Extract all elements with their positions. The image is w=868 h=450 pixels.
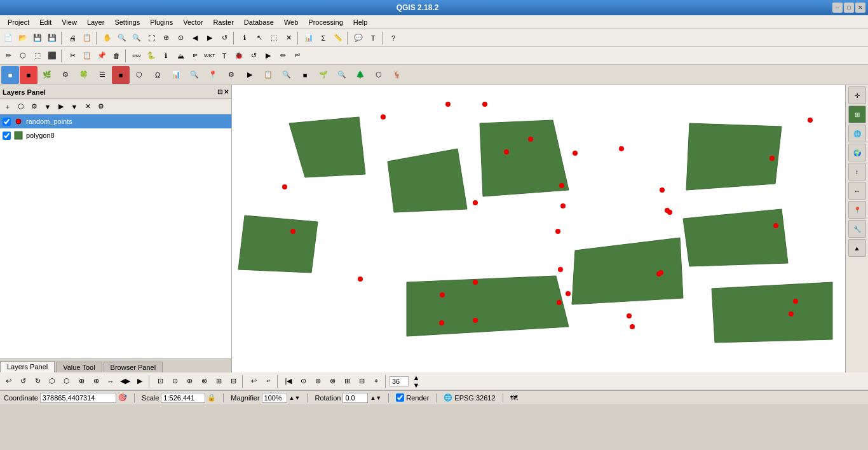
statistics-button[interactable]: Σ xyxy=(316,31,330,45)
extra-btn15[interactable]: 📋 xyxy=(259,66,277,84)
tab-browser-panel[interactable]: Browser Panel xyxy=(104,362,163,372)
layer-item-polygon8[interactable]: polygon8 xyxy=(0,128,231,142)
rotation-arrows[interactable]: ▲▼ xyxy=(370,395,381,401)
coordinate-input[interactable] xyxy=(40,393,116,403)
minimize-button[interactable]: ─ xyxy=(832,3,843,13)
extra-btn10[interactable]: 📊 xyxy=(167,66,185,84)
panel-controls[interactable]: ⊡ ✕ xyxy=(217,88,229,95)
print-compose-button[interactable]: 📋 xyxy=(80,31,94,45)
nav-btn5[interactable]: ⊞ xyxy=(340,374,354,388)
new-project-button[interactable]: 📄 xyxy=(1,31,15,45)
render-checkbox[interactable] xyxy=(396,393,404,402)
extra-btn5[interactable]: 🍀 xyxy=(75,66,93,84)
save-project-button[interactable]: 💾 xyxy=(31,31,44,45)
panel-tabs[interactable]: Layers Panel Value Tool Browser Panel xyxy=(0,358,231,372)
map-canvas[interactable] xyxy=(232,85,845,372)
nav-btn7[interactable]: ⌖ xyxy=(369,374,383,388)
cut-features-button[interactable]: ✂ xyxy=(65,49,79,63)
extra-btn1[interactable]: ■ xyxy=(1,66,19,84)
paste-features-button[interactable]: 📌 xyxy=(95,49,109,63)
nav-last[interactable]: ⊗ xyxy=(325,374,339,388)
rotation-input[interactable] xyxy=(342,393,368,403)
node-tool-button[interactable]: ⬡ xyxy=(16,49,30,63)
pan-button[interactable]: ✋ xyxy=(100,31,114,45)
extra-btn13[interactable]: ⚙ xyxy=(222,66,240,84)
plugin-btn8[interactable]: ▶ xyxy=(261,49,275,63)
layer-checkbox-polygon8[interactable] xyxy=(3,132,11,140)
dig-btn7[interactable]: ⊕ xyxy=(89,374,103,388)
dig-btn5[interactable]: ⬡ xyxy=(60,374,74,388)
copy-features-button[interactable]: 📋 xyxy=(80,49,94,63)
nav-prev[interactable]: ⊙ xyxy=(296,374,310,388)
extra-btn19[interactable]: 🔍 xyxy=(333,66,351,84)
nav-first[interactable]: |◀ xyxy=(281,374,295,388)
close-button[interactable]: ✕ xyxy=(855,3,865,13)
scale-input[interactable] xyxy=(161,393,205,403)
select-rect-button[interactable]: ⬚ xyxy=(267,31,281,45)
snap-tolerance-input[interactable]: 36 xyxy=(390,376,409,386)
refresh-button[interactable]: ↺ xyxy=(217,31,231,45)
digitize-btn2[interactable]: ⬛ xyxy=(45,49,59,63)
snap-btn1[interactable]: ⊡ xyxy=(153,374,167,388)
plugin-btn6[interactable]: 🐞 xyxy=(232,49,246,63)
remove-layer-button[interactable]: ✕ xyxy=(81,100,94,113)
menu-item-vector[interactable]: Vector xyxy=(178,17,208,27)
deselect-button[interactable]: ✕ xyxy=(281,31,295,45)
adv-btn1[interactable]: ↩ xyxy=(247,374,261,388)
menu-item-settings[interactable]: Settings xyxy=(109,17,145,27)
menu-item-processing[interactable]: Processing xyxy=(303,17,348,27)
extra-btn12[interactable]: 📍 xyxy=(204,66,222,84)
right-btn2[interactable]: ⊞ xyxy=(848,106,866,123)
python-button[interactable]: 🐍 xyxy=(144,49,158,63)
plugin-btn3[interactable]: IP xyxy=(188,49,202,63)
right-btn9[interactable]: ▲ xyxy=(848,239,866,257)
text-annotation-button[interactable]: T xyxy=(366,31,380,45)
extra-btn9[interactable]: Ω xyxy=(149,66,166,84)
identify-button[interactable]: ℹ xyxy=(238,31,252,45)
help-button[interactable]: ? xyxy=(386,31,400,45)
dig-btn2[interactable]: ↺ xyxy=(16,374,30,388)
nav-next[interactable]: ⊕ xyxy=(311,374,325,388)
plugin-btn4[interactable]: WKT xyxy=(203,49,217,63)
add-annotation-button[interactable]: 💬 xyxy=(351,31,365,45)
tab-layers-panel[interactable]: Layers Panel xyxy=(0,361,55,372)
snap-tolerance-btn[interactable]: ▲▼ xyxy=(409,374,423,388)
right-btn1[interactable]: ✛ xyxy=(848,86,866,104)
right-btn7[interactable]: 📍 xyxy=(848,201,866,219)
plugin-btn5[interactable]: T xyxy=(217,49,231,63)
right-btn8[interactable]: 🔧 xyxy=(848,220,866,238)
magnifier-input[interactable] xyxy=(262,393,287,403)
extra-btn11[interactable]: 🔍 xyxy=(186,66,203,84)
layer-settings-button[interactable]: ⚙ xyxy=(95,100,107,113)
right-btn4[interactable]: 🌍 xyxy=(848,144,866,161)
extra-btn17[interactable]: ■ xyxy=(296,66,314,84)
edit-layer-button[interactable]: ✏ xyxy=(276,49,290,63)
filter-button[interactable]: ▼ xyxy=(41,100,54,113)
lock-icon[interactable]: 🔒 xyxy=(207,393,216,402)
dig-btn6[interactable]: ⊕ xyxy=(74,374,88,388)
extra-btn4[interactable]: ⚙ xyxy=(57,66,74,84)
snap-btn3[interactable]: ⊕ xyxy=(182,374,196,388)
extra-btn14[interactable]: ▶ xyxy=(241,66,259,84)
extra-btn7[interactable]: ■ xyxy=(112,66,130,84)
extra-btn8[interactable]: ⬡ xyxy=(130,66,148,84)
menu-item-edit[interactable]: Edit xyxy=(34,17,57,27)
menu-item-help[interactable]: Help xyxy=(348,17,373,27)
extra-btn18[interactable]: 🌱 xyxy=(315,66,332,84)
csv-button[interactable]: csv xyxy=(130,49,144,63)
plugin-btn7[interactable]: ↺ xyxy=(247,49,261,63)
collapse-all-button[interactable]: ▼ xyxy=(68,100,81,113)
zoom-next-button[interactable]: ▶ xyxy=(203,31,217,45)
extra-btn16[interactable]: 🔍 xyxy=(278,66,295,84)
measure-button[interactable]: 📏 xyxy=(331,31,345,45)
extra-btn3[interactable]: 🌿 xyxy=(38,66,56,84)
right-btn3[interactable]: 🌐 xyxy=(848,125,866,142)
zoom-last-button[interactable]: ◀ xyxy=(188,31,202,45)
menu-item-raster[interactable]: Raster xyxy=(208,17,238,27)
zoom-full-button[interactable]: ⛶ xyxy=(144,31,158,45)
dig-btn9[interactable]: ◀▶ xyxy=(118,374,132,388)
snap-btn5[interactable]: ⊞ xyxy=(212,374,226,388)
print-button[interactable]: 🖨 xyxy=(65,31,79,45)
add-group-button[interactable]: ⬡ xyxy=(15,100,27,113)
layer-item-random-points[interactable]: random_points xyxy=(0,114,231,128)
